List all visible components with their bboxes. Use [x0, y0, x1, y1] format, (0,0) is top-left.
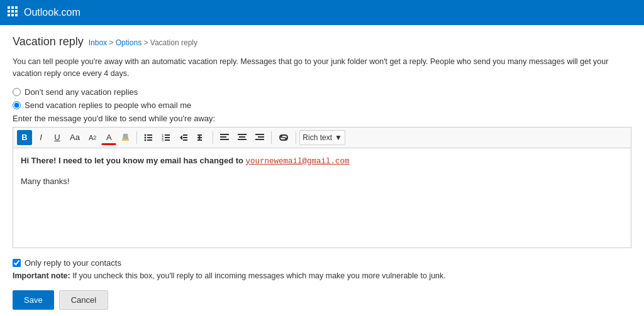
svg-point-11 [145, 134, 147, 136]
toolbar-font-color[interactable]: A [101, 130, 116, 145]
svg-rect-28 [197, 134, 202, 136]
svg-point-15 [145, 139, 147, 141]
toolbar-underline[interactable]: U [50, 130, 65, 145]
svg-rect-14 [147, 137, 152, 138]
breadcrumb-current: Vacation reply [150, 38, 197, 47]
svg-rect-3 [8, 10, 10, 13]
svg-rect-1 [11, 6, 14, 9]
app-title: Outlook.com [24, 7, 80, 18]
editor-line2-text: Many thanks! [21, 177, 69, 186]
svg-rect-39 [255, 139, 264, 140]
cancel-button[interactable]: Cancel [59, 290, 108, 310]
toolbar-indent-increase[interactable] [193, 130, 209, 145]
checkbox-contacts[interactable]: Only reply to your contacts [13, 258, 631, 268]
svg-rect-24 [183, 134, 187, 136]
svg-rect-22 [165, 139, 170, 141]
radio-dont-send-input[interactable] [13, 88, 21, 96]
format-label: Rich text [303, 133, 332, 142]
main-content: Vacation reply Inbox > Options > Vacatio… [0, 25, 644, 316]
checkbox-contacts-input[interactable] [13, 259, 21, 267]
breadcrumb-options[interactable]: Options [116, 38, 142, 47]
radio-dont-send-label[interactable]: Don't send any vacation replies [25, 87, 138, 97]
toolbar-ul[interactable] [140, 130, 157, 145]
important-note-text: If you uncheck this box, you'll reply to… [70, 271, 446, 280]
toolbar-ol[interactable]: 1.2.3. [158, 130, 174, 145]
svg-marker-10 [123, 134, 128, 139]
svg-rect-6 [8, 14, 10, 16]
svg-rect-18 [165, 134, 170, 136]
important-note-bold: Important note: [13, 271, 70, 280]
svg-rect-29 [197, 137, 202, 138]
format-dropdown[interactable]: Rich text ▼ [299, 130, 345, 145]
important-note: Important note: If you uncheck this box,… [13, 270, 631, 282]
toolbar-sep4 [296, 131, 296, 144]
svg-rect-31 [220, 134, 229, 135]
radio-dont-send[interactable]: Don't send any vacation replies [13, 87, 631, 97]
breadcrumb: Inbox > Options > Vacation reply [89, 38, 197, 47]
svg-rect-0 [8, 6, 10, 9]
svg-rect-25 [183, 137, 187, 138]
save-button[interactable]: Save [13, 290, 54, 310]
svg-rect-4 [11, 10, 14, 13]
toolbar-bold[interactable]: B [17, 130, 32, 145]
toolbar-sep1 [136, 131, 137, 144]
svg-rect-33 [220, 139, 229, 140]
svg-rect-5 [15, 10, 18, 13]
checkbox-section: Only reply to your contacts [13, 258, 631, 268]
svg-text:3.: 3. [162, 138, 164, 142]
svg-rect-30 [197, 139, 202, 141]
svg-rect-32 [220, 136, 226, 138]
format-arrow: ▼ [335, 133, 342, 142]
grid-icon[interactable] [8, 6, 18, 19]
svg-rect-16 [147, 139, 152, 141]
toolbar-sep3 [271, 131, 272, 144]
action-buttons: Save Cancel [13, 290, 631, 310]
svg-rect-2 [15, 6, 18, 9]
toolbar-superscript[interactable]: A2 [85, 130, 100, 145]
info-text: You can tell people you're away with an … [13, 56, 631, 80]
checkbox-contacts-label[interactable]: Only reply to your contacts [25, 258, 121, 268]
editor-toolbar: B I U Aa A2 A 1.2.3. [13, 127, 631, 148]
radio-send-input[interactable] [13, 101, 21, 109]
toolbar-align-center[interactable] [234, 130, 250, 145]
toolbar-align-right[interactable] [252, 130, 268, 145]
toolbar-align-left[interactable] [216, 130, 233, 145]
toolbar-sep2 [213, 131, 213, 144]
svg-rect-9 [122, 139, 129, 141]
svg-rect-37 [255, 134, 264, 135]
editor-line1-text: Hi There! I need to let you know my emai… [21, 156, 246, 165]
page-header: Vacation reply Inbox > Options > Vacatio… [13, 35, 631, 48]
svg-rect-38 [258, 136, 264, 138]
toolbar-highlight[interactable] [118, 130, 133, 145]
editor-email-link[interactable]: yournewemail@gmail.com [246, 157, 350, 166]
svg-point-13 [145, 136, 147, 138]
svg-rect-26 [183, 139, 187, 141]
breadcrumb-inbox[interactable]: Inbox [89, 38, 107, 47]
editor-field-label: Enter the message you'd like to send whi… [13, 114, 631, 123]
svg-marker-23 [180, 135, 182, 140]
toolbar-italic[interactable]: I [33, 130, 48, 145]
editor-wrapper: B I U Aa A2 A 1.2.3. [13, 127, 631, 248]
radio-send-label[interactable]: Send vacation replies to people who emai… [25, 101, 191, 110]
svg-rect-34 [238, 134, 247, 135]
page-title: Vacation reply [13, 35, 84, 48]
toolbar-font-size[interactable]: Aa [66, 130, 84, 145]
toolbar-link[interactable] [275, 130, 292, 145]
topbar: Outlook.com [0, 0, 644, 25]
svg-rect-35 [239, 136, 245, 138]
svg-rect-8 [15, 14, 18, 16]
radio-send[interactable]: Send vacation replies to people who emai… [13, 101, 631, 110]
svg-rect-7 [11, 14, 14, 16]
svg-rect-20 [165, 137, 170, 138]
svg-rect-12 [147, 134, 152, 136]
editor-content[interactable]: Hi There! I need to let you know my emai… [13, 148, 631, 248]
toolbar-indent-decrease[interactable] [175, 130, 192, 145]
svg-rect-36 [238, 139, 247, 140]
